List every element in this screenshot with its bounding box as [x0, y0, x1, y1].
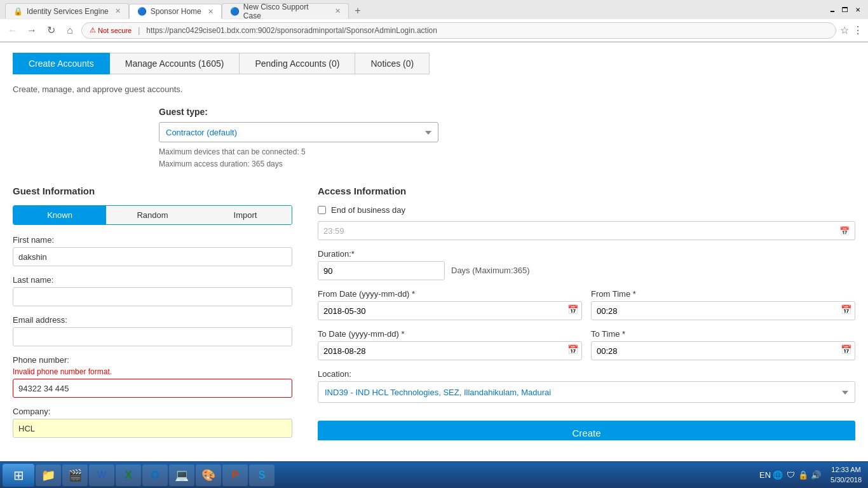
not-secure-indicator: ⚠ Not secure — [90, 26, 132, 34]
tab-cisco-support[interactable]: 🔵 New Cisco Support Case ✕ — [222, 3, 349, 18]
vpn-icon: 🔒 — [797, 470, 809, 481]
from-date-input[interactable] — [318, 301, 582, 320]
tab-close-btn[interactable]: ✕ — [115, 7, 121, 15]
main-nav-tabs: Create Accounts Manage Accounts (1605) P… — [13, 53, 855, 74]
address-input[interactable]: ⚠ Not secure | https://panc0429cise01.bd… — [81, 22, 836, 39]
start-button[interactable]: ⊞ — [3, 464, 34, 487]
forward-button[interactable]: → — [24, 23, 39, 38]
minimize-button[interactable]: 🗕 — [827, 4, 837, 15]
taskbar-media-player[interactable]: 🎬 — [62, 464, 88, 486]
first-name-input[interactable] — [13, 247, 292, 266]
from-time-calendar-icon[interactable]: 📅 — [841, 304, 851, 315]
taskbar-outlook[interactable]: O — [142, 464, 168, 486]
phone-error-message: Invalid phone number format. — [13, 367, 292, 376]
end-of-business-day-label: End of business day — [331, 205, 405, 215]
browser-chrome: 🔒 Identity Services Engine ✕ 🔵 Sponsor H… — [0, 0, 868, 43]
time-display[interactable]: 23:59 📅 — [318, 221, 855, 240]
guest-type-info: Maximum devices that can be connected: 5… — [159, 146, 855, 170]
antivirus-icon: 🛡 — [785, 470, 796, 481]
to-time-input[interactable] — [591, 341, 855, 360]
tab-create-accounts[interactable]: Create Accounts — [13, 53, 110, 74]
home-button[interactable]: ⌂ — [62, 23, 78, 38]
calendar-icon[interactable]: 📅 — [839, 226, 850, 236]
speaker-icon: 🔊 — [810, 470, 822, 481]
clock-time: 12:33 AM — [831, 465, 862, 475]
to-time-wrap: 📅 — [591, 341, 855, 360]
from-time-input[interactable] — [591, 301, 855, 320]
taskbar-word[interactable]: W — [89, 464, 114, 486]
location-dropdown[interactable]: IND39 - IND HCL Technologies, SEZ, Illan… — [318, 381, 855, 403]
tab-notices[interactable]: Notices (0) — [355, 53, 430, 74]
network-icon: 🌐 — [772, 470, 783, 481]
to-date-calendar-icon[interactable]: 📅 — [567, 344, 578, 355]
email-input[interactable] — [13, 327, 292, 346]
reload-button[interactable]: ↻ — [43, 23, 58, 38]
email-group: Email address: — [13, 315, 292, 346]
sub-tab-known[interactable]: Known — [13, 206, 106, 224]
end-of-business-day-checkbox[interactable] — [318, 206, 326, 214]
page-content: Create Accounts Manage Accounts (1605) P… — [0, 43, 868, 440]
duration-input[interactable] — [318, 261, 445, 280]
from-time-group: From Time * 📅 — [591, 289, 855, 320]
to-time-label: To Time * — [591, 329, 855, 339]
time-group: 23:59 📅 — [318, 221, 855, 240]
to-time-calendar-icon[interactable]: 📅 — [841, 344, 851, 355]
two-column-layout: Guest Information Known Random Import Fi… — [13, 186, 855, 440]
to-date-wrap: 📅 — [318, 341, 582, 360]
tab-manage-accounts[interactable]: Manage Accounts (1605) — [110, 53, 240, 74]
taskbar-powerpoint[interactable]: P — [222, 464, 248, 486]
from-date-calendar-icon[interactable]: 📅 — [567, 304, 578, 315]
taskbar-vmware[interactable]: 💻 — [169, 464, 194, 486]
to-time-group: To Time * 📅 — [591, 329, 855, 360]
duration-row: Duration:* Days (Maximum:365) — [318, 249, 855, 280]
clock-date: 5/30/2018 — [831, 475, 862, 485]
close-button[interactable]: ✕ — [853, 4, 863, 15]
paint-icon: 🎨 — [201, 468, 216, 483]
guest-info-column: Guest Information Known Random Import Fi… — [13, 186, 292, 440]
from-time-wrap: 📅 — [591, 301, 855, 320]
tab-close-btn[interactable]: ✕ — [335, 7, 341, 15]
company-label: Company: — [13, 407, 292, 416]
file-explorer-icon: 📁 — [41, 468, 56, 483]
word-icon: W — [94, 468, 109, 483]
to-date-group: To Date (yyyy-mm-dd) * 📅 — [318, 329, 582, 360]
last-name-input[interactable] — [13, 287, 292, 306]
back-button[interactable]: ← — [5, 23, 20, 38]
tab-close-btn[interactable]: ✕ — [208, 8, 214, 16]
from-time-label: From Time * — [591, 289, 855, 299]
company-input[interactable] — [13, 419, 292, 438]
location-wrap: IND39 - IND HCL Technologies, SEZ, Illan… — [318, 381, 855, 403]
create-button[interactable]: Create — [318, 421, 855, 440]
warning-icon: ⚠ — [90, 26, 96, 34]
bookmark-button[interactable]: ☆ — [840, 24, 849, 36]
sub-tab-random[interactable]: Random — [106, 206, 199, 224]
access-info-header: Access Information — [318, 186, 855, 196]
guest-type-dropdown[interactable]: Contractor (default) — [159, 122, 438, 142]
browser-menu-button[interactable]: ⋮ — [853, 24, 863, 36]
page-description: Create, manage, and approve guest accoun… — [13, 85, 855, 94]
to-date-label: To Date (yyyy-mm-dd) * — [318, 329, 582, 339]
guest-type-value: Contractor (default) — [166, 128, 237, 137]
from-date-group: From Date (yyyy-mm-dd) * 📅 — [318, 289, 582, 320]
window-controls: 🗕 🗖 ✕ — [827, 4, 863, 15]
taskbar-excel[interactable]: X — [116, 464, 141, 486]
taskbar-file-explorer[interactable]: 📁 — [36, 464, 61, 486]
maximize-button[interactable]: 🗖 — [840, 4, 850, 15]
url-text: https://panc0429cise01.bdx.com:9002/spon… — [146, 26, 437, 35]
tab-sponsor-home[interactable]: 🔵 Sponsor Home ✕ — [129, 4, 222, 19]
last-name-group: Last name: — [13, 275, 292, 306]
guest-type-section: Guest type: Contractor (default) Maximum… — [13, 107, 855, 170]
new-tab-button[interactable]: + — [349, 3, 367, 18]
sub-tab-import[interactable]: Import — [199, 206, 292, 224]
taskbar-skype[interactable]: S — [249, 464, 275, 486]
phone-input[interactable] — [13, 379, 292, 398]
taskbar-right: EN 🌐 🛡 🔒 🔊 12:33 AM 5/30/2018 — [757, 465, 865, 485]
email-label: Email address: — [13, 315, 292, 325]
to-date-input[interactable] — [318, 341, 582, 360]
guest-info-header: Guest Information — [13, 186, 292, 196]
taskbar-paint[interactable]: 🎨 — [196, 464, 221, 486]
tab-identity-services[interactable]: 🔒 Identity Services Engine ✕ — [5, 3, 129, 18]
vmware-icon: 💻 — [174, 468, 189, 483]
tab-icon: 🔵 — [230, 7, 240, 16]
tab-pending-accounts[interactable]: Pending Accounts (0) — [240, 53, 355, 74]
